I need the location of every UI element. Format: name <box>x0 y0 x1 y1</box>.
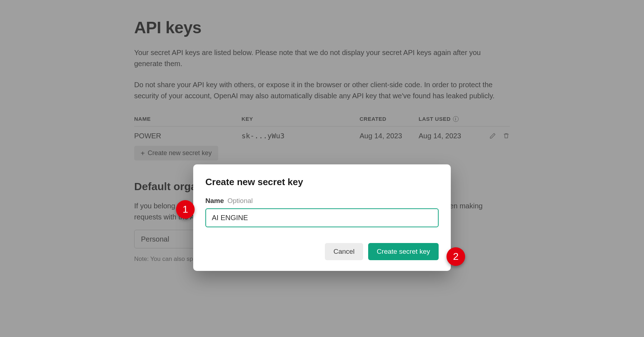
modal-overlay[interactable]: Create new secret key Name Optional Canc… <box>0 0 644 337</box>
annotation-badge-2: 2 <box>447 247 465 266</box>
name-field-label: Name <box>205 197 224 205</box>
field-label-row: Name Optional <box>205 197 439 205</box>
annotation-badge-1: 1 <box>176 200 195 219</box>
cancel-button[interactable]: Cancel <box>325 243 363 260</box>
create-key-modal: Create new secret key Name Optional Canc… <box>193 164 451 271</box>
name-field-hint: Optional <box>228 197 253 205</box>
modal-title: Create new secret key <box>205 177 439 188</box>
create-secret-key-button[interactable]: Create secret key <box>368 243 439 260</box>
modal-actions: Cancel Create secret key <box>205 243 439 260</box>
key-name-input[interactable] <box>205 208 439 227</box>
